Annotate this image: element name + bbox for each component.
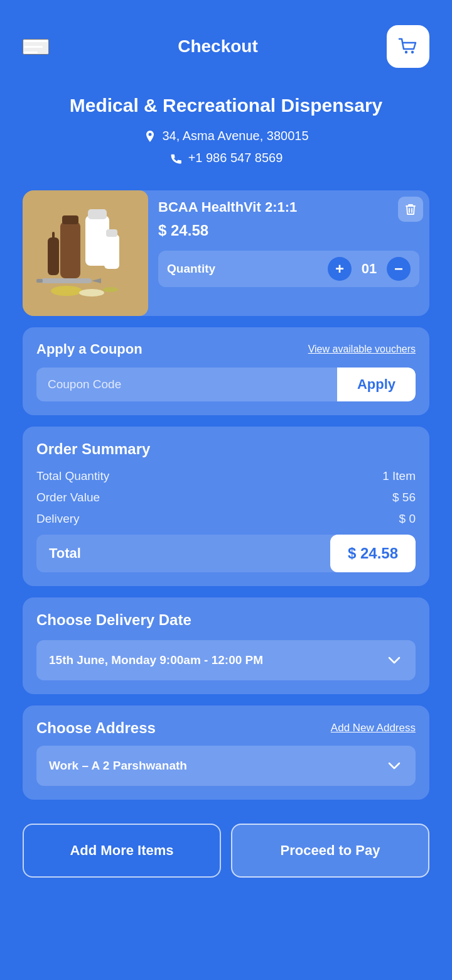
phone-icon (170, 151, 183, 165)
address-title: Choose Address (36, 719, 156, 737)
svg-rect-4 (88, 209, 107, 219)
coupon-header: Apply a Coupon View available vouchers (36, 341, 416, 357)
chevron-down-icon (385, 757, 403, 775)
add-new-address-button[interactable]: Add New Address (331, 722, 416, 734)
total-row: Total $ 24.58 (36, 535, 416, 572)
view-vouchers-button[interactable]: View available vouchers (308, 344, 416, 355)
product-price: $ 24.58 (158, 222, 419, 239)
summary-row-order-value: Order Value $ 56 (36, 491, 416, 504)
summary-quantity-label: Total Quantity (36, 469, 109, 483)
quantity-label: Quantity (167, 262, 215, 276)
menu-button[interactable] (23, 39, 49, 55)
product-card: BCAA HealthVit 2:1:1 $ 24.58 Quantity + … (23, 190, 429, 316)
chevron-down-icon (385, 651, 403, 669)
address-dropdown[interactable]: Work – A 2 Parshwanath (36, 746, 416, 786)
summary-delivery-label: Delivery (36, 512, 80, 526)
order-summary-section: Order Summary Total Quantity 1 Item Orde… (23, 427, 429, 586)
svg-rect-9 (48, 237, 59, 275)
store-address-row: 34, Asma Avenue, 380015 (23, 129, 429, 143)
product-name: BCAA HealthVit 2:1:1 (158, 199, 419, 215)
svg-rect-5 (60, 222, 80, 278)
coupon-section: Apply a Coupon View available vouchers A… (23, 327, 429, 415)
cart-button[interactable] (387, 25, 429, 68)
coupon-title: Apply a Coupon (36, 341, 143, 357)
store-name: Medical & Recreational Dispensary (23, 93, 429, 117)
summary-order-value-label: Order Value (36, 491, 100, 504)
svg-rect-14 (41, 278, 92, 283)
quantity-value: 01 (360, 261, 378, 277)
total-value: $ 24.58 (330, 535, 416, 572)
address-selected: Work – A 2 Parshwanath (49, 759, 187, 773)
page-title: Checkout (178, 36, 258, 57)
coupon-input-row: Apply (36, 368, 416, 401)
header: Checkout (0, 0, 452, 80)
cart-icon (396, 35, 420, 58)
product-details: BCAA HealthVit 2:1:1 $ 24.58 Quantity + … (148, 190, 429, 296)
total-label: Total (36, 535, 94, 572)
summary-order-value: $ 56 (392, 491, 416, 504)
delivery-date-section: Choose Delivery Date 15th June, Monday 9… (23, 597, 429, 694)
increase-quantity-button[interactable]: + (328, 257, 352, 281)
address-section: Choose Address Add New Address Work – A … (23, 705, 429, 800)
product-image (23, 190, 148, 316)
summary-row-delivery: Delivery $ 0 (36, 512, 416, 526)
decrease-quantity-button[interactable]: − (387, 257, 411, 281)
quantity-controls: + 01 − (328, 257, 411, 281)
svg-rect-7 (104, 234, 119, 269)
summary-row-quantity: Total Quantity 1 Item (36, 469, 416, 483)
svg-point-13 (103, 287, 118, 292)
quantity-row: Quantity + 01 − (158, 251, 419, 287)
bottom-bar: Add More Items Proceed to Pay (0, 811, 452, 900)
svg-point-11 (51, 286, 82, 296)
order-summary-title: Order Summary (36, 440, 416, 458)
svg-point-12 (79, 289, 104, 297)
svg-rect-16 (36, 279, 43, 283)
apply-coupon-button[interactable]: Apply (337, 368, 416, 401)
svg-point-0 (405, 51, 407, 53)
delivery-date-dropdown[interactable]: 15th June, Monday 9:00am - 12:00 PM (36, 640, 416, 680)
svg-rect-6 (62, 215, 78, 224)
trash-icon (404, 202, 417, 216)
summary-delivery-value: $ 0 (399, 512, 416, 526)
proceed-to-pay-button[interactable]: Proceed to Pay (231, 824, 429, 878)
delivery-date-selected: 15th June, Monday 9:00am - 12:00 PM (49, 653, 263, 667)
coupon-input[interactable] (36, 368, 337, 401)
store-phone: +1 986 547 8569 (188, 151, 283, 165)
store-phone-row: +1 986 547 8569 (23, 151, 429, 165)
store-address: 34, Asma Avenue, 380015 (162, 129, 308, 143)
store-section: Medical & Recreational Dispensary 34, As… (0, 80, 452, 179)
delete-button[interactable] (398, 197, 423, 222)
location-icon (143, 129, 157, 143)
summary-quantity-value: 1 Item (382, 469, 416, 483)
svg-rect-8 (106, 229, 117, 237)
delivery-date-title: Choose Delivery Date (36, 611, 416, 629)
svg-point-1 (411, 51, 414, 53)
address-header: Choose Address Add New Address (36, 719, 416, 737)
add-more-items-button[interactable]: Add More Items (23, 824, 221, 878)
